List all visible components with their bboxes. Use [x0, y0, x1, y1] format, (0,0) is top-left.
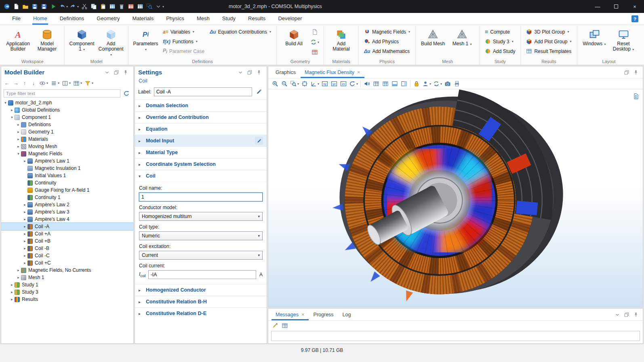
zoom-out-icon[interactable]: [280, 79, 289, 88]
add-component-button[interactable]: Add Component ▾: [97, 28, 124, 59]
reset-desktop-button[interactable]: Reset Desktop ▾: [610, 28, 637, 53]
expand-arrow-icon[interactable]: ▸: [9, 297, 15, 301]
table-icon[interactable]: [108, 2, 117, 11]
tree-item-mesh-1[interactable]: ▸Mesh 1: [1, 274, 133, 281]
tree-item-continuity-1[interactable]: Continuity 1: [1, 194, 133, 201]
default-view-icon[interactable]: [300, 79, 309, 88]
chevron-down-icon[interactable]: ▾: [269, 30, 271, 34]
node-grid-icon[interactable]: ▾: [72, 79, 83, 87]
section-model-input[interactable]: ▸ Model Input: [135, 135, 267, 146]
menu-study[interactable]: Study: [221, 13, 236, 25]
customize-icon[interactable]: ▾: [154, 2, 165, 11]
dropdown-arrow-icon[interactable]: ▾: [318, 82, 319, 86]
section-material-type[interactable]: ▸ Material Type: [135, 146, 267, 158]
section-coordinate-system-selection[interactable]: ▸ Coordinate System Selection: [135, 158, 267, 170]
view-xy-icon[interactable]: [320, 79, 329, 88]
expand-arrow-icon[interactable]: ▸: [16, 130, 21, 134]
show-icon[interactable]: ▾: [38, 79, 49, 87]
chevron-down-icon[interactable]: ▾: [632, 48, 634, 51]
float-icon[interactable]: [112, 68, 121, 77]
section-coil[interactable]: ▾ Coil: [135, 170, 267, 182]
section-equation[interactable]: ▸ Equation: [135, 123, 267, 135]
view-zx-icon[interactable]: [339, 79, 348, 88]
expand-arrow-icon[interactable]: ▸: [22, 210, 27, 214]
table-icon[interactable]: [372, 79, 381, 88]
expand-arrow-icon[interactable]: ▸: [9, 283, 15, 287]
section-override-and-contribution[interactable]: ▸ Override and Contribution: [135, 111, 267, 123]
expand-arrow-icon[interactable]: ▸: [22, 261, 27, 265]
new-file-icon[interactable]: [12, 2, 21, 11]
tree-item-materials[interactable]: ▸Materials: [1, 135, 133, 143]
tree-item-moving-mesh[interactable]: ▸Moving Mesh: [1, 143, 133, 150]
paste-icon[interactable]: [99, 2, 107, 11]
tree-item-continuity[interactable]: Continuity: [1, 179, 133, 186]
equation-contributions-button[interactable]: Δu Equation Contributions▾: [208, 28, 273, 36]
forward-icon[interactable]: →: [12, 79, 20, 87]
menu-physics[interactable]: Physics: [165, 13, 185, 25]
grid-icon[interactable]: [381, 79, 390, 88]
expand-arrow-icon[interactable]: ▸: [9, 108, 15, 112]
messages-content[interactable]: [271, 331, 640, 341]
tree-item-magnetic-fields-no-currents[interactable]: ▸Magnetic Fields, No Currents: [1, 267, 133, 274]
chevron-down-icon[interactable]: ▾: [408, 30, 410, 34]
tree-item-study-1[interactable]: ▸Study 1: [1, 281, 133, 288]
application-builder-button[interactable]: A Application Builder: [4, 28, 32, 53]
build-all-button[interactable]: Build All: [280, 28, 307, 48]
tree-item-geometry-1[interactable]: ▸Geometry 1: [1, 128, 133, 135]
chevron-down-icon[interactable]: ▾: [512, 40, 514, 43]
dropdown-arrow-icon[interactable]: ▾: [58, 81, 59, 85]
sync-icon[interactable]: ▾: [432, 79, 443, 88]
expand-arrow-icon[interactable]: ▸: [16, 137, 21, 141]
undo-icon[interactable]: ▾: [58, 2, 69, 11]
zoom-box-icon[interactable]: ▾: [289, 79, 300, 88]
tree-item-coil-c[interactable]: ▸Coil +C: [1, 259, 133, 267]
zoom-in-icon[interactable]: [271, 79, 280, 88]
cut-icon[interactable]: [80, 2, 89, 11]
label-input[interactable]: [154, 87, 252, 96]
chevron-down-icon[interactable]: ▾: [193, 30, 194, 34]
tree-item-amp-re-s-law-4[interactable]: ▸Ampère's Law 4: [1, 216, 133, 223]
tab-progress[interactable]: Progress: [309, 309, 338, 320]
model-manager-button[interactable]: Model Manager: [34, 28, 61, 53]
section-constitutive-relation-bh[interactable]: ▸ Constitutive Relation B-H: [135, 296, 267, 307]
rotate-icon[interactable]: ▾: [348, 79, 359, 88]
functions-button[interactable]: f(x) Functions▾: [161, 37, 206, 46]
zoom-table-icon[interactable]: [145, 2, 154, 11]
add-material-button[interactable]: Add Material: [328, 28, 355, 53]
add-mathematics-button[interactable]: Δu Add Mathematics: [362, 47, 412, 55]
help-button[interactable]: [630, 15, 639, 23]
chevron-down-icon[interactable]: ▾: [110, 53, 112, 57]
expand-arrow-icon[interactable]: ▸: [16, 144, 21, 148]
move-up-icon[interactable]: ↑: [21, 79, 29, 87]
dropdown-arrow-icon[interactable]: ▾: [92, 81, 93, 85]
coil-excitation-select[interactable]: Current ▾: [139, 251, 263, 260]
close-button[interactable]: ×: [625, 0, 644, 13]
grid-red-icon[interactable]: [126, 2, 135, 11]
view-yz-icon[interactable]: [330, 79, 339, 88]
print-icon[interactable]: [452, 79, 461, 88]
copy-icon[interactable]: [89, 2, 98, 11]
model-input-edit-icon[interactable]: [255, 137, 263, 145]
float-icon[interactable]: [245, 68, 254, 77]
section-homogenized-conductor[interactable]: ▸ Homogenized Conductor: [135, 284, 267, 296]
dropdown-arrow-icon[interactable]: ▾: [69, 81, 71, 85]
dropdown-arrow-icon[interactable]: ▾: [77, 5, 79, 8]
collapse-arrow-icon[interactable]: ▾: [16, 152, 21, 156]
table-icon[interactable]: [280, 321, 289, 330]
split-icon[interactable]: [400, 79, 408, 88]
tree-item-results[interactable]: ▸Results: [1, 296, 133, 303]
person-icon[interactable]: ▾: [421, 79, 432, 88]
tree-item-study-3[interactable]: ▸Study 3: [1, 288, 133, 296]
chevron-down-icon[interactable]: ▾: [570, 40, 572, 43]
dock-icon[interactable]: [390, 79, 399, 88]
dropdown-arrow-icon[interactable]: ▾: [80, 81, 82, 85]
expand-arrow-icon[interactable]: ▸: [22, 224, 27, 229]
add-physics-button[interactable]: Add Physics: [362, 37, 412, 46]
coil-type-select[interactable]: Numeric ▾: [139, 231, 263, 240]
expand-arrow-icon[interactable]: ▸: [16, 275, 21, 279]
tab-messages[interactable]: Messages ×: [271, 309, 309, 320]
save-as-icon[interactable]: [40, 2, 48, 11]
table2-icon[interactable]: [136, 2, 145, 11]
chevron-down-icon[interactable]: ▾: [470, 42, 471, 46]
collapse-arrow-icon[interactable]: ▾: [3, 101, 8, 105]
